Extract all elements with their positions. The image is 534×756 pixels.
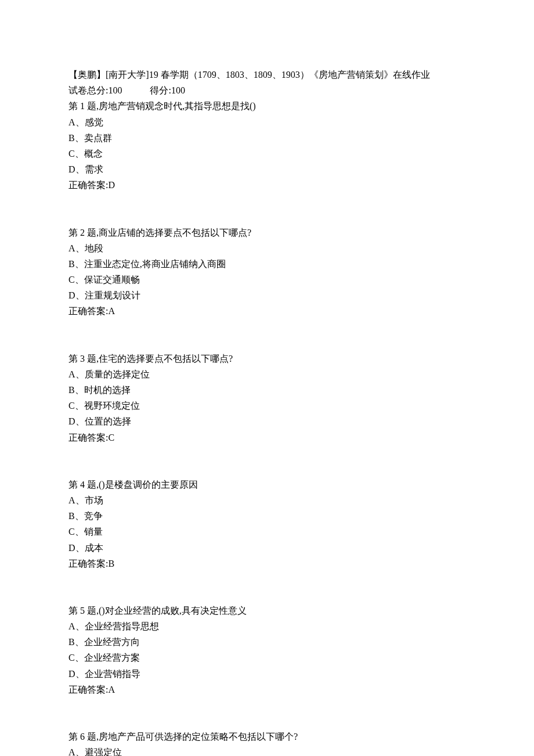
- question-option: C、概念: [68, 146, 466, 161]
- question-answer: 正确答案:A: [68, 682, 466, 697]
- question-option: B、卖点群: [68, 130, 466, 146]
- question-option: D、企业营销指导: [68, 666, 466, 682]
- question-6: 第 6 题,房地产产品可供选择的定位策略不包括以下哪个? A、避强定位: [68, 729, 466, 756]
- question-option: B、企业经营方向: [68, 634, 466, 650]
- question-stem: 第 4 题,()是楼盘调价的主要原因: [68, 477, 466, 492]
- question-answer: 正确答案:D: [68, 177, 466, 193]
- question-answer: 正确答案:B: [68, 556, 466, 571]
- question-option: C、保证交通顺畅: [68, 272, 466, 287]
- question-5: 第 5 题,()对企业经营的成败,具有决定性意义 A、企业经营指导思想 B、企业…: [68, 603, 466, 697]
- question-answer: 正确答案:C: [68, 430, 466, 445]
- question-option: B、竞争: [68, 508, 466, 524]
- question-4: 第 4 题,()是楼盘调价的主要原因 A、市场 B、竞争 C、销量 D、成本 正…: [68, 477, 466, 571]
- question-3: 第 3 题,住宅的选择要点不包括以下哪点? A、质量的选择定位 B、时机的选择 …: [68, 351, 466, 445]
- question-answer: 正确答案:A: [68, 303, 466, 319]
- question-option: D、需求: [68, 161, 466, 177]
- question-1: 第 1 题,房地产营销观念时代,其指导思想是找() A、感觉 B、卖点群 C、概…: [68, 98, 466, 193]
- question-stem: 第 1 题,房地产营销观念时代,其指导思想是找(): [68, 98, 466, 114]
- question-option: A、避强定位: [68, 744, 466, 756]
- question-stem: 第 6 题,房地产产品可供选择的定位策略不包括以下哪个?: [68, 729, 466, 744]
- document-title: 【奥鹏】[南开大学]19 春学期（1709、1803、1809、1903）《房地…: [68, 67, 466, 82]
- question-option: C、企业经营方案: [68, 650, 466, 665]
- question-option: B、注重业态定位,将商业店铺纳入商圈: [68, 256, 466, 272]
- question-2: 第 2 题,商业店铺的选择要点不包括以下哪点? A、地段 B、注重业态定位,将商…: [68, 225, 466, 319]
- score-line: 试卷总分:100得分:100: [68, 82, 466, 98]
- total-score: 试卷总分:100: [68, 85, 122, 95]
- earned-score: 得分:100: [150, 85, 185, 95]
- question-option: C、销量: [68, 524, 466, 539]
- question-option: A、感觉: [68, 114, 466, 130]
- question-stem: 第 3 题,住宅的选择要点不包括以下哪点?: [68, 351, 466, 366]
- question-option: A、企业经营指导思想: [68, 618, 466, 634]
- question-option: A、质量的选择定位: [68, 366, 466, 382]
- question-option: D、注重规划设计: [68, 287, 466, 303]
- question-option: A、市场: [68, 492, 466, 508]
- question-stem: 第 5 题,()对企业经营的成败,具有决定性意义: [68, 603, 466, 618]
- question-option: C、视野环境定位: [68, 398, 466, 413]
- question-stem: 第 2 题,商业店铺的选择要点不包括以下哪点?: [68, 225, 466, 240]
- question-option: A、地段: [68, 240, 466, 256]
- question-option: D、位置的选择: [68, 413, 466, 429]
- question-option: B、时机的选择: [68, 382, 466, 398]
- question-option: D、成本: [68, 540, 466, 556]
